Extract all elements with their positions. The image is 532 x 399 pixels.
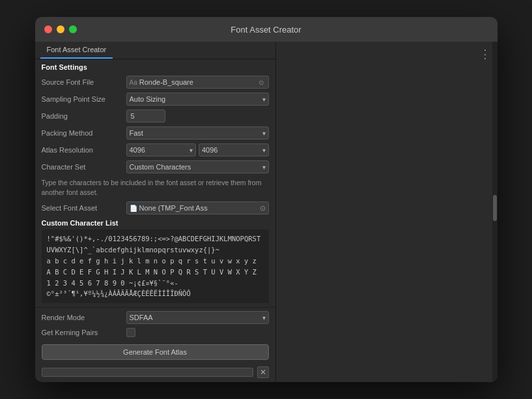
progress-cancel-btn[interactable]: ✕ — [257, 366, 269, 378]
source-font-file-field[interactable] — [139, 78, 256, 86]
render-mode-label: Render Mode — [42, 314, 126, 321]
character-set-select-wrapper: Custom Characters ASCII Extended ASCII — [126, 160, 269, 173]
sampling-point-size-row: Sampling Point Size Auto Sizing 12 24 48 — [35, 91, 275, 108]
font-file-icon: Aa — [130, 79, 137, 86]
get-kerning-label: Get Kerning Pairs — [42, 329, 126, 336]
packing-method-select-wrapper: Fast Optimal — [126, 126, 269, 140]
source-font-file-label: Source Font File — [42, 78, 126, 86]
packing-method-row: Packing Method Fast Optimal — [35, 125, 275, 141]
atlas-res-2-wrapper: 4096 512 1024 2048 8192 — [199, 143, 269, 156]
tab-bar: Font Asset Creator — [35, 42, 275, 59]
padding-input[interactable] — [126, 110, 165, 123]
atlas-res-1-wrapper: 4096 512 1024 2048 8192 — [126, 143, 197, 156]
source-font-file-input[interactable]: Aa ⊙ — [126, 76, 269, 89]
char-line-1: !"#$%&'()*+,-./0123456789:;<=>?@ABCDEFGH… — [47, 233, 264, 256]
get-kerning-row: Get Kerning Pairs — [35, 326, 275, 339]
char-line-2: a b c d e f g h i j k l m n o p q r s t … — [47, 256, 264, 288]
sampling-point-size-label: Sampling Point Size — [42, 95, 126, 103]
select-font-asset-label: Select Font Asset — [42, 204, 126, 212]
atlas-resolution-label: Atlas Resolution — [42, 146, 126, 154]
source-font-file-row: Source Font File Aa ⊙ — [35, 74, 275, 91]
window-body: Font Asset Creator Font Settings Source … — [35, 42, 497, 382]
window-title: Font Asset Creator — [231, 25, 301, 35]
atlas-res-1-select[interactable]: 4096 512 1024 2048 8192 — [126, 143, 197, 156]
font-asset-browse-btn[interactable]: ⊙ — [260, 204, 266, 213]
render-mode-row: Render Mode SDFAA Bitmap SDF SDF8 — [35, 309, 275, 326]
atlas-res-2-select[interactable]: 4096 512 1024 2048 8192 — [199, 143, 269, 156]
divider-1 — [35, 307, 275, 308]
render-mode-select[interactable]: SDFAA Bitmap SDF SDF8 — [126, 311, 269, 324]
progress-bar — [42, 368, 253, 377]
character-set-row: Character Set Custom Characters ASCII Ex… — [35, 158, 275, 175]
progress-area: ✕ — [35, 365, 275, 382]
get-kerning-checkbox[interactable] — [126, 328, 135, 337]
source-font-browse-icon[interactable]: ⊙ — [259, 79, 264, 86]
options-icon[interactable]: ⋮ — [479, 47, 491, 61]
select-font-asset-row: Select Font Asset 📄 None (TMP_Font Ass ⊙ — [35, 200, 275, 216]
character-set-select[interactable]: Custom Characters ASCII Extended ASCII — [126, 160, 269, 173]
font-asset-value: None (TMP_Font Ass — [139, 204, 208, 212]
main-window: Font Asset Creator Font Asset Creator Fo… — [35, 17, 497, 382]
sampling-point-size-select-wrapper: Auto Sizing 12 24 48 — [126, 93, 269, 106]
tab-font-asset-creator[interactable]: Font Asset Creator — [40, 42, 113, 59]
titlebar: Font Asset Creator — [35, 17, 497, 42]
left-panel: Font Asset Creator Font Settings Source … — [35, 42, 276, 382]
packing-method-select[interactable]: Fast Optimal — [126, 126, 269, 140]
maximize-button[interactable] — [69, 25, 77, 33]
char-display[interactable]: !"#$%&'()*+,-./0123456789:;<=>?@ABCDEFGH… — [42, 229, 269, 303]
font-settings-header: Font Settings — [35, 59, 275, 74]
close-button[interactable] — [44, 25, 52, 33]
char-line-3: ©°±²³´¶¹,¥º¼½¾¿ÀÁÂÃÄÅÆÇÈÉÊËÌÍÎÏÐÑÒÔ — [47, 288, 264, 299]
packing-method-label: Packing Method — [42, 129, 126, 137]
padding-label: Padding — [42, 112, 126, 120]
font-asset-icon: 📄 — [130, 205, 137, 212]
font-asset-box[interactable]: 📄 None (TMP_Font Ass ⊙ — [126, 201, 269, 214]
minimize-button[interactable] — [57, 25, 64, 33]
traffic-lights — [44, 25, 77, 33]
generate-font-atlas-button[interactable]: Generate Font Atlas — [42, 344, 269, 360]
panel-content[interactable]: Font Settings Source Font File Aa ⊙ Samp… — [35, 59, 275, 382]
hint-text: Type the characters to be included in th… — [35, 175, 275, 200]
atlas-resolution-inputs: 4096 512 1024 2048 8192 4096 512 — [126, 143, 269, 156]
render-mode-select-wrapper: SDFAA Bitmap SDF SDF8 — [126, 311, 269, 324]
sampling-point-size-select[interactable]: Auto Sizing 12 24 48 — [126, 93, 269, 106]
custom-char-header: Custom Character List — [35, 216, 275, 229]
scrollbar-thumb[interactable] — [493, 195, 497, 221]
padding-row: Padding — [35, 108, 275, 125]
right-panel: ⋮ — [276, 42, 497, 382]
character-set-label: Character Set — [42, 163, 126, 171]
scrollbar-track — [492, 42, 497, 382]
atlas-resolution-row: Atlas Resolution 4096 512 1024 2048 8192 — [35, 141, 275, 158]
